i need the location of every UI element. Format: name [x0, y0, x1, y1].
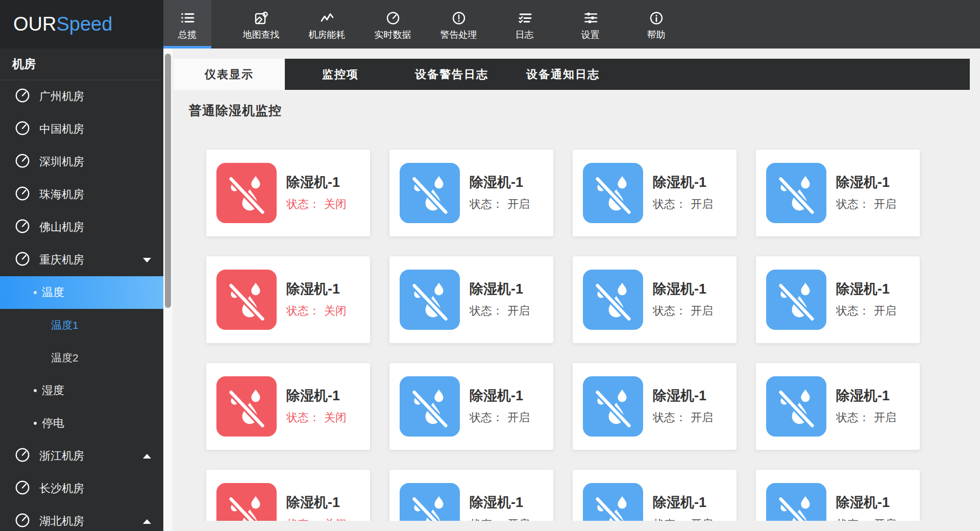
nav-item-settings[interactable]: 设置	[557, 0, 623, 49]
device-name: 除湿机-1	[836, 280, 890, 298]
sidebar-item-guangzhou[interactable]: 广州机房	[0, 80, 163, 113]
water-drop-slash-icon	[216, 483, 277, 521]
gauge-icon	[14, 87, 31, 106]
device-name: 除湿机-1	[286, 493, 340, 512]
device-name: 除湿机-1	[470, 280, 523, 298]
nav-item-label: 日志	[516, 30, 534, 39]
device-name: 除湿机-1	[653, 387, 706, 405]
sidebar-item-humidity[interactable]: 湿度	[0, 374, 163, 407]
gauge-icon	[385, 10, 401, 26]
nav-item-overview[interactable]: 总揽	[163, 0, 211, 49]
device-card[interactable]: 除湿机-1 状态：关闭	[206, 363, 370, 450]
sidebar-item-zhejiang[interactable]: 浙江机房	[0, 440, 163, 472]
chevron-down-icon	[143, 258, 151, 262]
sidebar-item-power-outage[interactable]: 停电	[0, 407, 163, 440]
cards-viewport: 普通除湿机监控 除湿机-1 状态：关闭 除湿机-1 状态：开启 除湿机-1 状态…	[173, 90, 980, 521]
water-drop-slash-icon	[583, 163, 643, 223]
device-name: 除湿机-1	[836, 493, 890, 512]
device-name: 除湿机-1	[286, 173, 340, 191]
device-card[interactable]: 除湿机-1 状态：关闭	[206, 256, 370, 343]
water-drop-slash-icon	[216, 270, 277, 330]
nav-item-label: 帮助	[647, 30, 666, 39]
device-card[interactable]: 除湿机-1 状态：开启	[573, 150, 737, 236]
device-card[interactable]: 除湿机-1 状态：开启	[389, 150, 553, 236]
device-status: 状态：关闭	[286, 197, 347, 212]
nav-item-label: 设置	[581, 30, 600, 39]
sidebar-item-zhuhai[interactable]: 珠海机房	[0, 178, 163, 211]
nav-item-realtime-data[interactable]: 实时数据	[360, 0, 426, 49]
gauge-icon	[14, 446, 31, 466]
gauge-icon	[14, 479, 31, 498]
device-card[interactable]: 除湿机-1 状态：开启	[756, 150, 920, 236]
device-name: 除湿机-1	[653, 280, 706, 298]
chevron-up-icon	[143, 519, 151, 524]
bullet-icon	[34, 389, 37, 392]
top-nav: 总揽 地图查找 机房能耗 实时数据	[163, 0, 689, 49]
device-status: 状态：开启	[653, 517, 713, 521]
device-card[interactable]: 除湿机-1 状态：开启	[756, 256, 920, 343]
nav-item-label: 机房能耗	[309, 30, 346, 39]
nav-item-map-search[interactable]: 地图查找	[228, 0, 294, 49]
gauge-icon	[14, 218, 31, 237]
device-card[interactable]: 除湿机-1 状态：开启	[756, 363, 920, 450]
device-card[interactable]: 除湿机-1 状态：关闭	[206, 150, 370, 236]
sidebar-item-label: 温度	[42, 285, 64, 300]
device-status: 状态：开启	[470, 303, 530, 319]
water-drop-slash-icon	[216, 163, 277, 223]
sidebar-item-zhongguo[interactable]: 中国机房	[0, 113, 163, 146]
device-name: 除湿机-1	[470, 387, 523, 405]
sidebar-item-temperature[interactable]: 温度	[0, 276, 163, 309]
nav-item-label: 总揽	[178, 30, 197, 39]
device-card[interactable]: 除湿机-1 状态：开启	[389, 363, 553, 450]
sidebar-item-label: 长沙机房	[39, 481, 84, 496]
sidebar-item-changsha[interactable]: 长沙机房	[0, 472, 163, 505]
logo-area: OURSpeed	[0, 0, 163, 49]
gauge-icon	[14, 250, 31, 270]
device-card[interactable]: 除湿机-1 状态：开启	[756, 470, 920, 521]
brand-prefix: OUR	[13, 13, 56, 35]
water-drop-slash-icon	[400, 376, 460, 437]
device-status: 状态：开启	[470, 517, 530, 521]
nav-item-room-energy[interactable]: 机房能耗	[294, 0, 360, 49]
water-drop-slash-icon	[583, 376, 643, 437]
brand-logo: OURSpeed	[13, 13, 112, 35]
device-card[interactable]: 除湿机-1 状态：关闭	[206, 470, 370, 521]
nav-item-label: 实时数据	[375, 30, 411, 39]
device-status: 状态：开启	[836, 303, 896, 319]
device-status: 状态：关闭	[286, 303, 347, 319]
sidebar-item-foshan[interactable]: 佛山机房	[0, 211, 163, 244]
alert-circle-icon	[451, 10, 467, 26]
sidebar-item-temperature1[interactable]: 温度1	[0, 309, 163, 342]
sidebar-item-temperature2[interactable]: 温度2	[0, 342, 163, 374]
device-card[interactable]: 除湿机-1 状态：开启	[573, 363, 737, 450]
device-card[interactable]: 除湿机-1 状态：开启	[573, 470, 737, 521]
device-card[interactable]: 除湿机-1 状态：开启	[389, 470, 553, 521]
sidebar-item-label: 温度2	[51, 351, 79, 365]
sidebar-item-chongqing[interactable]: 重庆机房	[0, 244, 163, 276]
nav-item-help[interactable]: 帮助	[623, 0, 689, 49]
sidebar-item-hubei[interactable]: 湖北机房	[0, 505, 163, 531]
device-card[interactable]: 除湿机-1 状态：开启	[573, 256, 737, 343]
device-name: 除湿机-1	[836, 387, 890, 405]
top-bar: OURSpeed 总揽 地图查找 机房能耗	[0, 0, 980, 49]
sidebar-item-label: 中国机房	[39, 122, 84, 137]
sidebar-scrollbar-thumb[interactable]	[165, 54, 171, 308]
chevron-up-icon	[143, 454, 151, 458]
tab-device-alert-log[interactable]: 设备警告日志	[396, 59, 507, 90]
tab-device-notification-log[interactable]: 设备通知日志	[507, 59, 619, 90]
tab-monitoring-items[interactable]: 监控项	[285, 59, 396, 90]
device-status: 状态：开启	[836, 197, 896, 212]
nav-item-logs[interactable]: 日志	[492, 0, 557, 49]
gauge-icon	[14, 512, 31, 531]
sidebar-item-shenzhen[interactable]: 深圳机房	[0, 146, 163, 178]
app-window: OURSpeed 总揽 地图查找 机房能耗	[0, 0, 980, 531]
device-status: 状态：开启	[470, 197, 530, 212]
device-card[interactable]: 除湿机-1 状态：开启	[389, 256, 553, 343]
bullet-icon	[34, 422, 37, 425]
sidebar-item-label: 深圳机房	[39, 154, 84, 170]
sidebar-item-label: 停电	[42, 416, 64, 431]
main-content: 仪表显示 监控项 设备警告日志 设备通知日志 普通除湿机监控 除湿机-1 状态：…	[173, 49, 980, 531]
nav-item-alert-handling[interactable]: 警告处理	[426, 0, 492, 49]
tab-dashboard-display[interactable]: 仪表显示	[174, 59, 285, 90]
sidebar-item-label: 重庆机房	[39, 252, 84, 268]
